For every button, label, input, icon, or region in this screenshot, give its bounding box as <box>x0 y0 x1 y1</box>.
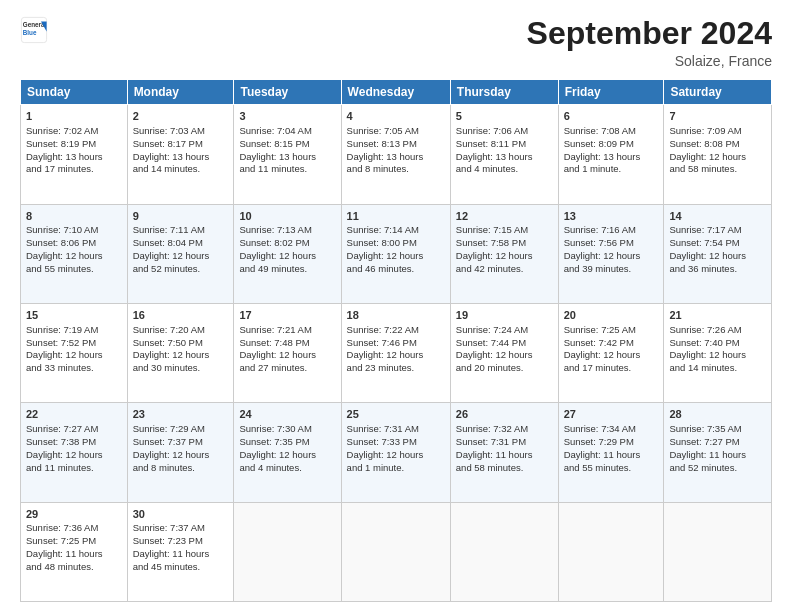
day-number: 23 <box>133 407 229 422</box>
day-info-line: Sunrise: 7:05 AM <box>347 125 445 138</box>
day-info-line: and 1 minute. <box>564 163 659 176</box>
day-info-line: Sunset: 7:31 PM <box>456 436 553 449</box>
calendar-cell: 15Sunrise: 7:19 AMSunset: 7:52 PMDayligh… <box>21 303 128 402</box>
day-info-line: Sunset: 8:06 PM <box>26 237 122 250</box>
day-info-line: Daylight: 13 hours <box>564 151 659 164</box>
day-info-line: Daylight: 12 hours <box>669 151 766 164</box>
day-info-line: Daylight: 13 hours <box>347 151 445 164</box>
day-info-line: Sunrise: 7:17 AM <box>669 224 766 237</box>
col-header-friday: Friday <box>558 80 664 105</box>
day-info-line: Daylight: 11 hours <box>564 449 659 462</box>
day-info-line: Sunset: 8:08 PM <box>669 138 766 151</box>
calendar-cell: 27Sunrise: 7:34 AMSunset: 7:29 PMDayligh… <box>558 403 664 502</box>
title-block: September 2024 Solaize, France <box>527 16 772 69</box>
col-header-saturday: Saturday <box>664 80 772 105</box>
day-info-line: Sunrise: 7:15 AM <box>456 224 553 237</box>
day-info-line: Sunset: 7:23 PM <box>133 535 229 548</box>
day-info-line: and 42 minutes. <box>456 263 553 276</box>
day-number: 16 <box>133 308 229 323</box>
day-number: 3 <box>239 109 335 124</box>
day-info-line: Sunrise: 7:04 AM <box>239 125 335 138</box>
day-info-line: and 20 minutes. <box>456 362 553 375</box>
day-info-line: Sunrise: 7:29 AM <box>133 423 229 436</box>
day-info-line: Daylight: 12 hours <box>564 250 659 263</box>
day-number: 20 <box>564 308 659 323</box>
day-info-line: Sunrise: 7:09 AM <box>669 125 766 138</box>
calendar-cell: 4Sunrise: 7:05 AMSunset: 8:13 PMDaylight… <box>341 105 450 204</box>
calendar-cell: 7Sunrise: 7:09 AMSunset: 8:08 PMDaylight… <box>664 105 772 204</box>
calendar-cell: 20Sunrise: 7:25 AMSunset: 7:42 PMDayligh… <box>558 303 664 402</box>
week-row-2: 8Sunrise: 7:10 AMSunset: 8:06 PMDaylight… <box>21 204 772 303</box>
day-info-line: Sunset: 7:56 PM <box>564 237 659 250</box>
day-info-line: and 46 minutes. <box>347 263 445 276</box>
week-row-1: 1Sunrise: 7:02 AMSunset: 8:19 PMDaylight… <box>21 105 772 204</box>
calendar-cell: 3Sunrise: 7:04 AMSunset: 8:15 PMDaylight… <box>234 105 341 204</box>
day-info-line: Sunset: 8:04 PM <box>133 237 229 250</box>
calendar-cell: 24Sunrise: 7:30 AMSunset: 7:35 PMDayligh… <box>234 403 341 502</box>
day-info-line: Sunset: 7:50 PM <box>133 337 229 350</box>
day-info-line: Sunset: 8:09 PM <box>564 138 659 151</box>
logo-icon: General Blue <box>20 16 48 44</box>
day-info-line: Sunrise: 7:37 AM <box>133 522 229 535</box>
calendar-cell: 9Sunrise: 7:11 AMSunset: 8:04 PMDaylight… <box>127 204 234 303</box>
day-info-line: Sunset: 7:40 PM <box>669 337 766 350</box>
day-info-line: and 49 minutes. <box>239 263 335 276</box>
week-row-4: 22Sunrise: 7:27 AMSunset: 7:38 PMDayligh… <box>21 403 772 502</box>
calendar-cell <box>341 502 450 601</box>
day-info-line: Daylight: 12 hours <box>564 349 659 362</box>
day-info-line: Daylight: 11 hours <box>669 449 766 462</box>
calendar-cell: 28Sunrise: 7:35 AMSunset: 7:27 PMDayligh… <box>664 403 772 502</box>
day-info-line: Daylight: 12 hours <box>456 349 553 362</box>
day-info-line: and 14 minutes. <box>669 362 766 375</box>
day-number: 19 <box>456 308 553 323</box>
day-number: 18 <box>347 308 445 323</box>
day-info-line: Daylight: 12 hours <box>669 349 766 362</box>
day-number: 28 <box>669 407 766 422</box>
day-info-line: Sunrise: 7:22 AM <box>347 324 445 337</box>
day-number: 21 <box>669 308 766 323</box>
day-info-line: Sunset: 8:11 PM <box>456 138 553 151</box>
calendar-cell: 10Sunrise: 7:13 AMSunset: 8:02 PMDayligh… <box>234 204 341 303</box>
day-info-line: and 45 minutes. <box>133 561 229 574</box>
day-number: 6 <box>564 109 659 124</box>
day-info-line: and 4 minutes. <box>456 163 553 176</box>
day-info-line: Daylight: 11 hours <box>456 449 553 462</box>
day-info-line: Daylight: 13 hours <box>26 151 122 164</box>
calendar-cell: 22Sunrise: 7:27 AMSunset: 7:38 PMDayligh… <box>21 403 128 502</box>
day-info-line: Sunrise: 7:27 AM <box>26 423 122 436</box>
col-header-sunday: Sunday <box>21 80 128 105</box>
day-info-line: and 17 minutes. <box>26 163 122 176</box>
day-info-line: Sunrise: 7:16 AM <box>564 224 659 237</box>
calendar-header-row: SundayMondayTuesdayWednesdayThursdayFrid… <box>21 80 772 105</box>
col-header-wednesday: Wednesday <box>341 80 450 105</box>
calendar-cell: 1Sunrise: 7:02 AMSunset: 8:19 PMDaylight… <box>21 105 128 204</box>
day-number: 7 <box>669 109 766 124</box>
col-header-thursday: Thursday <box>450 80 558 105</box>
day-info-line: Sunset: 8:00 PM <box>347 237 445 250</box>
day-info-line: and 11 minutes. <box>239 163 335 176</box>
col-header-tuesday: Tuesday <box>234 80 341 105</box>
day-number: 24 <box>239 407 335 422</box>
week-row-3: 15Sunrise: 7:19 AMSunset: 7:52 PMDayligh… <box>21 303 772 402</box>
day-info-line: Sunrise: 7:30 AM <box>239 423 335 436</box>
day-number: 2 <box>133 109 229 124</box>
calendar-cell: 6Sunrise: 7:08 AMSunset: 8:09 PMDaylight… <box>558 105 664 204</box>
day-info-line: Daylight: 12 hours <box>133 250 229 263</box>
day-number: 26 <box>456 407 553 422</box>
day-info-line: Sunrise: 7:24 AM <box>456 324 553 337</box>
day-number: 9 <box>133 209 229 224</box>
day-info-line: and 8 minutes. <box>347 163 445 176</box>
day-info-line: Sunrise: 7:08 AM <box>564 125 659 138</box>
day-info-line: Sunset: 8:17 PM <box>133 138 229 151</box>
day-info-line: Daylight: 11 hours <box>133 548 229 561</box>
calendar-cell <box>664 502 772 601</box>
day-info-line: Sunrise: 7:26 AM <box>669 324 766 337</box>
day-info-line: Daylight: 12 hours <box>239 349 335 362</box>
day-info-line: Daylight: 13 hours <box>456 151 553 164</box>
day-info-line: Sunset: 8:13 PM <box>347 138 445 151</box>
day-number: 25 <box>347 407 445 422</box>
week-row-5: 29Sunrise: 7:36 AMSunset: 7:25 PMDayligh… <box>21 502 772 601</box>
day-info-line: Sunrise: 7:11 AM <box>133 224 229 237</box>
day-info-line: Sunrise: 7:36 AM <box>26 522 122 535</box>
day-number: 15 <box>26 308 122 323</box>
